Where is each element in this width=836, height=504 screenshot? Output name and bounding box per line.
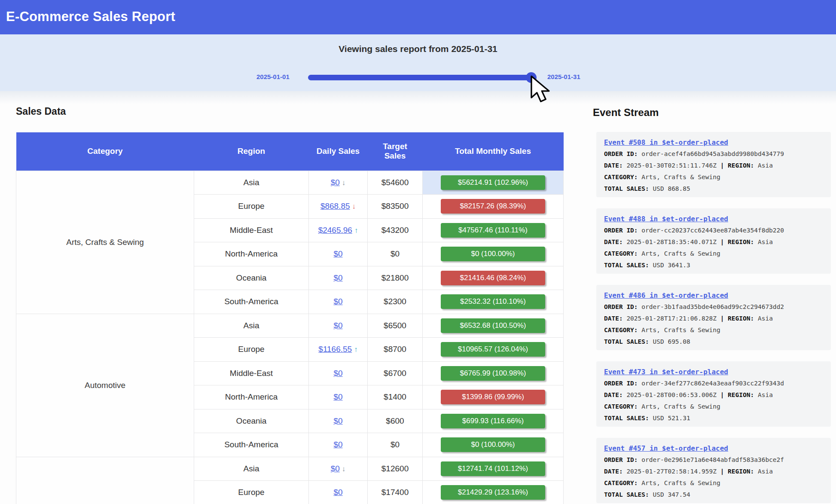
event-stream-heading: Event Stream: [593, 107, 659, 119]
total-sales-badge: $10965.57 (126.04%): [441, 342, 545, 357]
daily-sales-link[interactable]: $0: [333, 416, 342, 425]
event-detail-line: CATEGORY: Arts, Crafts & Sewing: [604, 249, 823, 258]
daily-sales-link[interactable]: $0: [333, 321, 342, 330]
daily-sales-cell: $0↓: [309, 171, 368, 195]
daily-sales-cell: $0: [309, 314, 368, 338]
daily-sales-link[interactable]: $0: [331, 464, 340, 473]
target-sales-cell: $1400: [368, 385, 423, 409]
sales-table-header-row: CategoryRegionDaily SalesTarget SalesTot…: [16, 132, 564, 171]
daily-sales-link[interactable]: $0: [333, 273, 342, 282]
column-header-category: Category: [16, 132, 194, 171]
column-header-region: Region: [194, 132, 309, 171]
daily-sales-link[interactable]: $868.85: [320, 202, 350, 211]
daily-sales-link[interactable]: $0: [331, 178, 340, 187]
total-monthly-sales-cell: $0 (100.00%): [423, 242, 564, 266]
region-cell: South-America: [194, 290, 309, 314]
daily-sales-link[interactable]: $0: [333, 369, 342, 378]
total-sales-badge: $699.93 (116.66%): [441, 414, 545, 428]
page-title: E-Commerce Sales Report: [6, 9, 175, 24]
daily-sales-link[interactable]: $0: [333, 488, 342, 497]
total-monthly-sales-cell: $21429.29 (123.16%): [423, 481, 564, 504]
total-monthly-sales-cell: $56214.91 (102.96%): [423, 171, 564, 195]
target-sales-cell: $6700: [368, 361, 423, 385]
total-sales-badge: $6765.99 (100.98%): [441, 366, 545, 381]
trend-down-icon: ↓: [342, 465, 346, 473]
daily-sales-link[interactable]: $0: [333, 392, 342, 401]
event-title-link[interactable]: Event #473 in $et-order-placed: [604, 368, 728, 376]
region-cell: Asia: [194, 457, 309, 481]
total-sales-badge: $21416.46 (98.24%): [441, 271, 545, 285]
total-sales-badge: $0 (100.00%): [441, 247, 545, 261]
category-cell: [16, 457, 194, 504]
daily-sales-cell: $868.85↓: [309, 195, 368, 219]
total-monthly-sales-cell: $21416.46 (98.24%): [423, 266, 564, 290]
event-title-link[interactable]: Event #486 in $et-order-placed: [604, 291, 728, 299]
total-sales-badge: $21429.29 (123.16%): [441, 485, 545, 500]
event-detail-line: TOTAL SALES: USD 868.85: [604, 184, 823, 193]
daily-sales-cell: $0: [309, 290, 368, 314]
category-cell: Arts, Crafts & Sewing: [16, 171, 194, 314]
target-sales-cell: $600: [368, 409, 423, 433]
event-detail-line: TOTAL SALES: USD 347.54: [604, 490, 823, 499]
total-monthly-sales-cell: $0 (100.00%): [423, 433, 564, 457]
total-monthly-sales-cell: $1399.86 (99.99%): [423, 385, 564, 409]
region-cell: Asia: [194, 314, 309, 338]
daily-sales-cell: $0: [309, 409, 368, 433]
target-sales-cell: $17400: [368, 481, 423, 504]
total-monthly-sales-cell: $47567.46 (110.11%): [423, 218, 564, 242]
daily-sales-cell: $0: [309, 385, 368, 409]
region-cell: Asia: [194, 171, 309, 195]
trend-up-icon: ↑: [354, 345, 358, 354]
event-title-link[interactable]: Event #457 in $et-order-placed: [604, 444, 728, 452]
event-detail-line: CATEGORY: Arts, Crafts & Sewing: [604, 402, 823, 411]
region-cell: Oceania: [194, 409, 309, 433]
daily-sales-link[interactable]: $2465.96: [318, 226, 352, 235]
daily-sales-cell: $0↓: [309, 457, 368, 481]
daily-sales-cell: $0: [309, 433, 368, 457]
daily-sales-link[interactable]: $0: [333, 297, 342, 306]
trend-up-icon: ↑: [354, 226, 358, 235]
event-card: Event #508 in $et-order-placedORDER ID: …: [596, 132, 831, 197]
event-detail-line: CATEGORY: Arts, Crafts & Sewing: [604, 326, 823, 334]
total-monthly-sales-cell: $6532.68 (100.50%): [423, 314, 564, 338]
target-sales-cell: $0: [368, 433, 423, 457]
target-sales-cell: $43200: [368, 218, 423, 242]
column-header-total-monthly-sales: Total Monthly Sales: [423, 132, 564, 171]
daily-sales-cell: $0: [309, 242, 368, 266]
slider-caption: Viewing sales report from 2025-01-31: [0, 44, 836, 54]
trend-down-icon: ↓: [342, 179, 346, 187]
total-sales-badge: $47567.46 (110.11%): [441, 223, 545, 238]
total-monthly-sales-cell: $10965.57 (126.04%): [423, 338, 564, 362]
date-slider-track[interactable]: [308, 75, 533, 80]
sales-data-heading: Sales Data: [16, 106, 66, 117]
region-cell: Europe: [194, 481, 309, 504]
event-title-link[interactable]: Event #508 in $et-order-placed: [604, 138, 728, 147]
region-cell: Europe: [194, 195, 309, 219]
column-header-target-sales: Target Sales: [368, 132, 423, 171]
event-card: Event #473 in $et-order-placedORDER ID: …: [596, 361, 831, 427]
total-monthly-sales-cell: $2532.32 (110.10%): [423, 290, 564, 314]
region-cell: South-America: [194, 433, 309, 457]
event-detail-line: CATEGORY: Arts, Crafts & Sewing: [604, 173, 823, 181]
daily-sales-link[interactable]: $0: [333, 440, 342, 449]
event-detail-line: DATE: 2025-01-30T02:51:11.746Z | REGION:…: [604, 161, 823, 170]
target-sales-cell: $6500: [368, 314, 423, 338]
total-sales-badge: $1399.86 (99.99%): [441, 390, 545, 404]
table-row: Asia$0↓$12600$12741.74 (101.12%): [16, 457, 564, 481]
total-sales-badge: $82157.26 (98.39%): [441, 199, 545, 214]
event-detail-line: ORDER ID: order-cc20237cc62443ee87ab4e35…: [604, 226, 823, 235]
daily-sales-link[interactable]: $0: [333, 249, 342, 258]
event-card: Event #488 in $et-order-placedORDER ID: …: [596, 208, 831, 274]
event-detail-line: CATEGORY: Arts, Crafts & Sewing: [604, 479, 823, 487]
total-sales-badge: $2532.32 (110.10%): [441, 294, 545, 309]
region-cell: Europe: [194, 338, 309, 362]
target-sales-cell: $21800: [368, 266, 423, 290]
app-root: E-Commerce Sales Report Viewing sales re…: [0, 0, 836, 504]
event-title-link[interactable]: Event #488 in $et-order-placed: [604, 215, 728, 223]
event-detail-line: DATE: 2025-01-28T18:35:40.071Z | REGION:…: [604, 238, 823, 246]
event-detail-line: DATE: 2025-01-27T02:58:14.959Z | REGION:…: [604, 467, 823, 476]
event-detail-line: ORDER ID: order-0e2961e71a6e484abfadf583…: [604, 455, 823, 464]
daily-sales-link[interactable]: $1166.55: [318, 345, 352, 354]
event-detail-line: ORDER ID: order-34ef277c862e4a3eaaf903cc…: [604, 379, 823, 388]
event-detail-line: ORDER ID: order-acef4fa66bd945a3abdd9980…: [604, 150, 823, 158]
